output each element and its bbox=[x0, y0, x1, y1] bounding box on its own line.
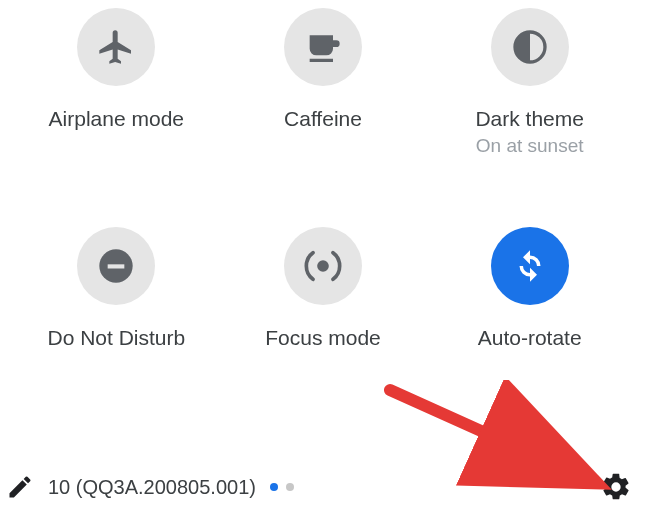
dnd-icon bbox=[77, 227, 155, 305]
page-indicator bbox=[270, 483, 294, 491]
page-dot-active bbox=[270, 483, 278, 491]
build-version: 10 (QQ3A.200805.001) bbox=[48, 476, 256, 499]
tile-sublabel: On at sunset bbox=[476, 135, 584, 157]
airplane-icon bbox=[77, 8, 155, 86]
tile-label: Caffeine bbox=[284, 106, 362, 131]
page-dot bbox=[286, 483, 294, 491]
tile-dark-theme[interactable]: Dark theme On at sunset bbox=[431, 8, 628, 157]
svg-point-2 bbox=[317, 260, 329, 272]
tile-focus-mode[interactable]: Focus mode bbox=[225, 227, 422, 350]
dark-theme-icon bbox=[491, 8, 569, 86]
tile-airplane-mode[interactable]: Airplane mode bbox=[18, 8, 215, 157]
tile-label: Auto-rotate bbox=[478, 325, 582, 350]
tile-label: Dark theme bbox=[475, 106, 584, 131]
edit-icon[interactable] bbox=[6, 473, 34, 501]
tile-label: Airplane mode bbox=[49, 106, 184, 131]
footer-bar: 10 (QQ3A.200805.001) bbox=[0, 456, 646, 518]
tile-caffeine[interactable]: Caffeine bbox=[225, 8, 422, 157]
settings-icon[interactable] bbox=[600, 471, 632, 503]
svg-rect-1 bbox=[108, 265, 125, 269]
focus-mode-icon bbox=[284, 227, 362, 305]
auto-rotate-icon bbox=[491, 227, 569, 305]
tile-label: Focus mode bbox=[265, 325, 381, 350]
quick-settings-grid: Airplane mode Caffeine Dark theme On at … bbox=[0, 0, 646, 350]
tile-do-not-disturb[interactable]: Do Not Disturb bbox=[18, 227, 215, 350]
tile-auto-rotate[interactable]: Auto-rotate bbox=[431, 227, 628, 350]
tile-label: Do Not Disturb bbox=[47, 325, 185, 350]
caffeine-icon bbox=[284, 8, 362, 86]
